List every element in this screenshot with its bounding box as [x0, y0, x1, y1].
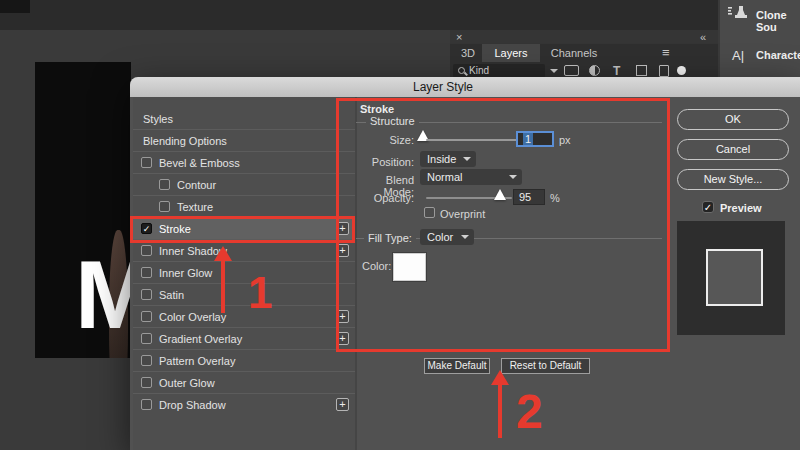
dock-item-clone-source[interactable]: Clone Sou	[756, 9, 800, 33]
new-style-button[interactable]: New Style...	[677, 169, 789, 190]
preview-thumbnail	[677, 221, 785, 335]
checkbox[interactable]	[141, 377, 152, 388]
dialog-titlebar[interactable]: Layer Style	[130, 77, 800, 97]
annotation-box-stroke-item	[130, 216, 355, 243]
sidebar-item-gradient-overlay[interactable]: Gradient Overlay+	[133, 328, 355, 350]
annotation-step-1: 1	[248, 268, 272, 318]
dock-item-character[interactable]: Characte	[756, 49, 800, 61]
layers-panel-header: × «	[450, 30, 718, 44]
sidebar-item-pattern-overlay[interactable]: Pattern Overlay	[133, 350, 355, 372]
filter-smartobject-icon[interactable]	[659, 65, 669, 77]
document-canvas: M	[35, 62, 131, 358]
sidebar-item-satin[interactable]: Satin	[133, 284, 355, 306]
screenshot-root: M × « 3D Layers Channels ≡ Kind T	[0, 0, 800, 450]
styles-sidebar: Styles Blending Options Bevel & Emboss C…	[133, 97, 355, 450]
right-dock-panel: Clone Sou A| Characte	[718, 0, 800, 78]
sidebar-item-bevel-emboss[interactable]: Bevel & Emboss	[133, 152, 355, 174]
checkbox[interactable]	[141, 355, 152, 366]
ok-button[interactable]: OK	[677, 109, 789, 130]
checkbox[interactable]	[141, 289, 152, 300]
reset-to-default-button[interactable]: Reset to Default	[501, 358, 590, 374]
sidebar-item-inner-glow[interactable]: Inner Glow	[133, 262, 355, 284]
filter-adjustment-icon[interactable]	[589, 65, 600, 76]
checkbox[interactable]	[141, 245, 152, 256]
sidebar-item-contour[interactable]: Contour	[133, 174, 355, 196]
sidebar-item-texture[interactable]: Texture	[133, 196, 355, 218]
checkbox[interactable]	[159, 201, 170, 212]
preview-stroke-square	[706, 249, 763, 306]
search-icon-stem	[464, 72, 468, 76]
tab-layers[interactable]: Layers	[482, 44, 540, 62]
dialog-title: Layer Style	[130, 77, 800, 97]
make-default-button[interactable]: Make Default	[424, 358, 490, 374]
filter-kind-label: Kind	[469, 65, 489, 77]
chevron-down-icon[interactable]	[550, 69, 558, 73]
close-icon[interactable]: ×	[456, 30, 462, 44]
checkbox[interactable]	[159, 179, 170, 190]
preview-checkbox[interactable]: ✓	[702, 201, 714, 213]
layers-panel: × « 3D Layers Channels ≡ Kind T	[450, 30, 718, 80]
sidebar-item-outer-glow[interactable]: Outer Glow	[133, 372, 355, 394]
filter-pixel-icon[interactable]	[564, 65, 579, 76]
sidebar-item-styles[interactable]: Styles	[133, 108, 355, 130]
filter-kind-select[interactable]: Kind	[453, 64, 545, 78]
sidebar-item-drop-shadow[interactable]: Drop Shadow+	[133, 394, 355, 416]
checkbox[interactable]	[141, 399, 152, 410]
cancel-button[interactable]: Cancel	[677, 139, 789, 160]
checkbox[interactable]	[141, 157, 152, 168]
app-top-strip	[0, 0, 718, 30]
filter-toggle-icon[interactable]	[677, 66, 686, 75]
collapse-icon[interactable]: «	[700, 30, 706, 44]
tab-channels[interactable]: Channels	[540, 44, 608, 62]
menu-chip	[0, 0, 30, 13]
panel-menu-icon[interactable]: ≡	[662, 45, 670, 60]
canvas-text: M	[75, 247, 131, 343]
annotation-step-2: 2	[516, 384, 543, 439]
character-icon: A|	[732, 48, 744, 63]
filter-type-icon[interactable]: T	[613, 65, 620, 77]
annotation-arrow1-head	[214, 246, 232, 261]
sidebar-item-inner-shadow[interactable]: Inner Shadow+	[133, 240, 355, 262]
preview-label: Preview	[720, 202, 762, 214]
annotation-arrow2-shaft	[498, 384, 502, 438]
annotation-arrow1-shaft	[221, 260, 225, 313]
clone-source-icon[interactable]	[728, 5, 750, 27]
checkbox[interactable]	[141, 333, 152, 344]
filter-shape-icon[interactable]	[636, 65, 647, 76]
checkbox[interactable]	[141, 267, 152, 278]
annotation-arrow2-head	[491, 370, 509, 385]
sidebar-item-blending-options[interactable]: Blending Options	[133, 130, 355, 152]
layers-panel-tabs: 3D Layers Channels ≡	[450, 44, 718, 62]
sidebar-item-color-overlay[interactable]: Color Overlay+	[133, 306, 355, 328]
tab-3d[interactable]: 3D	[454, 44, 482, 62]
checkbox[interactable]	[141, 311, 152, 322]
add-effect-button[interactable]: +	[336, 398, 349, 411]
annotation-box-stroke-panel	[336, 98, 670, 352]
